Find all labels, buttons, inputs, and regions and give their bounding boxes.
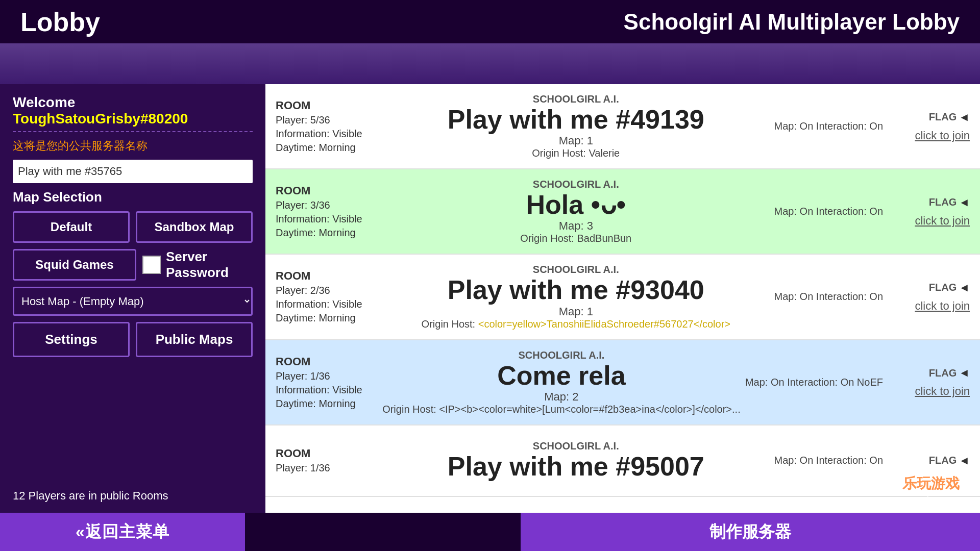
room-game-5: SCHOOLGIRL A.I. xyxy=(533,440,619,452)
room-daytime-1: Daytime: Morning xyxy=(276,142,378,154)
room-list: ROOM Player: 5/36 Information: Visible D… xyxy=(265,84,980,513)
room-host-3: Origin Host: <color=yellow>TanoshiiElida… xyxy=(422,318,730,330)
server-name-input[interactable] xyxy=(13,160,253,183)
create-server-button[interactable]: 制作服务器 xyxy=(521,513,980,551)
room-info-vis-1: Information: Visible xyxy=(276,128,378,140)
room-name-2: Hola •ᴗ• xyxy=(526,190,626,219)
room-players-2: Player: 3/36 xyxy=(276,199,378,211)
flag-button-5[interactable]: FLAG ◄ xyxy=(929,454,970,467)
room-name-1: Play with me #49139 xyxy=(448,105,704,134)
bottom-bar: «返回主菜单 制作服务器 xyxy=(0,513,980,551)
map-selection-label: Map Selection xyxy=(13,189,253,205)
room-meta-2: Map: On Interaction: On xyxy=(774,206,888,217)
room-label-3: ROOM xyxy=(276,269,378,283)
lobby-subtitle: Schoolgirl AI Multiplayer Lobby xyxy=(624,9,960,35)
room-label-4: ROOM xyxy=(276,355,378,368)
flag-button-2[interactable]: FLAG ◄ xyxy=(929,196,970,209)
default-map-button[interactable]: Default xyxy=(13,211,130,243)
room-game-1: SCHOOLGIRL A.I. xyxy=(533,93,619,105)
room-info-vis-3: Information: Visible xyxy=(276,298,378,310)
room-interaction-5: Map: On Interaction: On xyxy=(774,455,883,466)
room-daytime-2: Daytime: Morning xyxy=(276,227,378,239)
settings-button[interactable]: Settings xyxy=(13,322,130,357)
room-players-3: Player: 2/36 xyxy=(276,285,378,296)
room-info-vis-2: Information: Visible xyxy=(276,213,378,225)
room-entry[interactable]: ROOM Player: 1/36 Information: Visible D… xyxy=(265,340,980,425)
welcome-label: Welcome xyxy=(13,94,75,110)
join-button-4[interactable]: click to join xyxy=(915,385,970,398)
room-entry[interactable]: ROOM Player: 1/36 SCHOOLGIRL A.I. Play w… xyxy=(265,425,980,497)
join-button-2[interactable]: click to join xyxy=(915,214,970,228)
lobby-title: Lobby xyxy=(20,7,100,37)
public-maps-button[interactable]: Public Maps xyxy=(136,322,253,357)
room-meta-5: Map: On Interaction: On xyxy=(774,455,888,466)
room-host-2: Origin Host: BadBunBun xyxy=(520,233,631,244)
room-entry[interactable]: ROOM Player: 5/36 Information: Visible D… xyxy=(265,84,980,169)
welcome-text: Welcome ToughSatouGrisby#80200 xyxy=(13,94,253,132)
room-info-2: ROOM Player: 3/36 Information: Visible D… xyxy=(276,184,378,239)
room-daytime-4: Daytime: Morning xyxy=(276,398,378,410)
room-name-5: Play with me #95007 xyxy=(448,452,704,481)
server-password-label: Server Password xyxy=(166,249,253,281)
server-password-checkbox[interactable] xyxy=(142,256,161,274)
room-players-5: Player: 1/36 xyxy=(276,462,378,474)
room-center-5: SCHOOLGIRL A.I. Play with me #95007 xyxy=(378,440,774,481)
sandbox-map-button[interactable]: Sandbox Map xyxy=(136,211,253,243)
room-actions-3: FLAG ◄ click to join xyxy=(888,281,970,313)
room-game-3: SCHOOLGIRL A.I. xyxy=(533,264,619,276)
join-button-3[interactable]: click to join xyxy=(915,299,970,313)
username-colored: ToughSatouGrisby#80200 xyxy=(13,111,188,127)
header: Lobby Schoolgirl AI Multiplayer Lobby xyxy=(0,0,980,43)
background-strip xyxy=(0,43,980,84)
room-info-1: ROOM Player: 5/36 Information: Visible D… xyxy=(276,99,378,154)
room-name-3: Play with me #93040 xyxy=(448,276,704,305)
room-center-1: SCHOOLGIRL A.I. Play with me #49139 Map:… xyxy=(378,93,774,159)
room-game-2: SCHOOLGIRL A.I. xyxy=(533,179,619,190)
room-center-2: SCHOOLGIRL A.I. Hola •ᴗ• Map: 3 Origin H… xyxy=(378,179,774,244)
squid-games-button[interactable]: Squid Games xyxy=(13,249,136,281)
flag-arrow-3: ◄ xyxy=(959,281,970,294)
room-interaction-2: Map: On Interaction: On xyxy=(774,206,883,217)
room-host-4: Origin Host: <IP><b><color=white>[Lum<co… xyxy=(382,404,741,415)
room-game-4: SCHOOLGIRL A.I. xyxy=(518,349,604,361)
room-actions-4: FLAG ◄ click to join xyxy=(888,366,970,398)
room-center-4: SCHOOLGIRL A.I. Come rela Map: 2 Origin … xyxy=(378,349,745,415)
join-button-1[interactable]: click to join xyxy=(915,129,970,142)
flag-button-4[interactable]: FLAG ◄ xyxy=(929,366,970,380)
flag-arrow-1: ◄ xyxy=(959,111,970,124)
flag-arrow-2: ◄ xyxy=(959,196,970,209)
room-players-1: Player: 5/36 xyxy=(276,114,378,126)
flag-arrow-4: ◄ xyxy=(959,366,970,380)
room-map-3: Map: 1 xyxy=(559,305,593,318)
room-info-4: ROOM Player: 1/36 Information: Visible D… xyxy=(276,355,378,410)
room-label-2: ROOM xyxy=(276,184,378,197)
room-meta-4: Map: On Interaction: On NoEF xyxy=(745,377,888,388)
room-interaction-1: Map: On Interaction: On xyxy=(774,120,883,132)
flag-button-1[interactable]: FLAG ◄ xyxy=(929,111,970,124)
room-actions-2: FLAG ◄ click to join xyxy=(888,196,970,228)
room-actions-5: FLAG ◄ xyxy=(888,454,970,467)
room-info-3: ROOM Player: 2/36 Information: Visible D… xyxy=(276,269,378,324)
room-entry[interactable]: ROOM Player: 2/36 Information: Visible D… xyxy=(265,255,980,340)
action-btn-row: Settings Public Maps xyxy=(13,322,253,357)
flag-button-3[interactable]: FLAG ◄ xyxy=(929,281,970,294)
left-panel: Welcome ToughSatouGrisby#80200 这将是您的公共服务… xyxy=(0,84,265,513)
room-entry[interactable]: ROOM Player: 3/36 Information: Visible D… xyxy=(265,169,980,255)
host-map-select[interactable]: Host Map - (Empty Map) xyxy=(13,287,253,316)
players-status: 12 Players are in public Rooms xyxy=(13,489,253,503)
room-interaction-4: Map: On Interaction: On NoEF xyxy=(745,377,883,388)
room-meta-3: Map: On Interaction: On xyxy=(774,291,888,303)
main-area: Welcome ToughSatouGrisby#80200 这将是您的公共服务… xyxy=(0,84,980,513)
room-name-4: Come rela xyxy=(497,361,625,390)
room-daytime-3: Daytime: Morning xyxy=(276,312,378,324)
server-name-label: 这将是您的公共服务器名称 xyxy=(13,138,253,154)
map-btn-row-1: Default Sandbox Map xyxy=(13,211,253,243)
room-host-1: Origin Host: Valerie xyxy=(532,147,620,159)
room-map-1: Map: 1 xyxy=(559,134,593,147)
back-button[interactable]: «返回主菜单 xyxy=(0,513,245,551)
flag-arrow-5: ◄ xyxy=(959,454,970,467)
bottom-spacer xyxy=(245,513,521,551)
room-actions-1: FLAG ◄ click to join xyxy=(888,111,970,142)
room-info-vis-4: Information: Visible xyxy=(276,384,378,396)
room-label-5: ROOM xyxy=(276,447,378,460)
